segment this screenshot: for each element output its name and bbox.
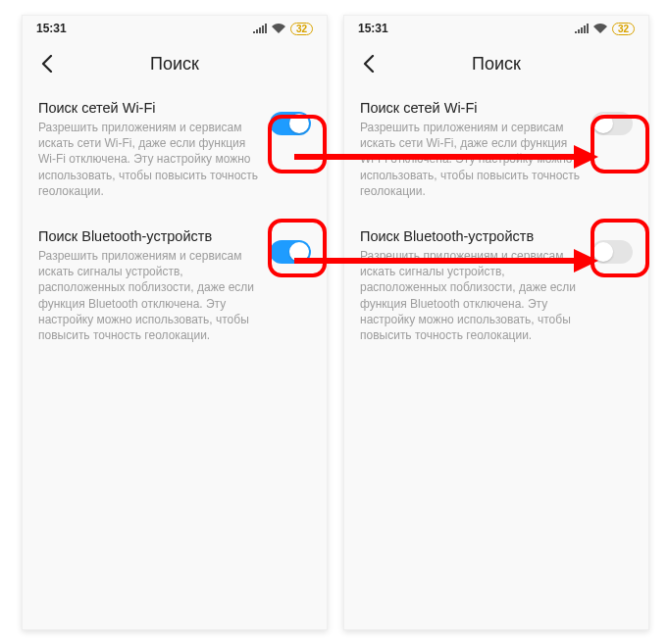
page-title: Поиск	[36, 54, 313, 74]
toggle-knob	[289, 114, 309, 133]
setting-text: Поиск Bluetooth-устройств Разрешить прил…	[360, 228, 591, 343]
battery-icon: 32	[612, 23, 635, 35]
toggle-knob	[593, 242, 613, 262]
setting-text: Поиск сетей Wi-Fi Разрешить приложениям …	[360, 100, 591, 199]
toggle-knob	[593, 114, 613, 133]
comparison-stage: 15:31 32 Поиск Поиск сетей Wi-Fi Разреши…	[0, 0, 668, 644]
header-bar: Поиск	[23, 41, 327, 86]
battery-level: 32	[618, 24, 629, 34]
status-time: 15:31	[358, 22, 388, 35]
toggle-knob	[289, 242, 309, 262]
setting-title-bt: Поиск Bluetooth-устройств	[360, 228, 582, 244]
setting-desc-bt: Разрешить приложениям и сервисам искать …	[38, 248, 260, 343]
setting-title-bt: Поиск Bluetooth-устройств	[38, 228, 260, 244]
status-bar: 15:31 32	[344, 16, 648, 41]
status-bar: 15:31 32	[23, 16, 327, 41]
signal-icon	[575, 24, 589, 33]
setting-title-wifi: Поиск сетей Wi-Fi	[360, 100, 582, 116]
setting-desc-wifi: Разрешить приложениям и сервисам искать …	[360, 120, 582, 199]
status-icons: 32	[575, 23, 635, 35]
setting-text: Поиск сетей Wi-Fi Разрешить приложениям …	[38, 100, 270, 199]
battery-icon: 32	[290, 23, 313, 35]
setting-row-wifi: Поиск сетей Wi-Fi Разрешить приложениям …	[344, 86, 648, 215]
signal-icon	[253, 24, 267, 33]
status-icons: 32	[253, 23, 313, 35]
toggle-wifi-scan[interactable]	[591, 112, 633, 135]
setting-text: Поиск Bluetooth-устройств Разрешить прил…	[38, 228, 270, 343]
setting-desc-bt: Разрешить приложениям и сервисам искать …	[360, 248, 582, 343]
battery-level: 32	[296, 24, 307, 34]
toggle-bt-scan[interactable]	[270, 240, 311, 264]
page-title: Поиск	[358, 54, 635, 74]
setting-row-bt: Поиск Bluetooth-устройств Разрешить прил…	[23, 215, 327, 359]
wifi-icon	[272, 24, 285, 33]
wifi-icon	[593, 24, 607, 33]
setting-title-wifi: Поиск сетей Wi-Fi	[38, 100, 260, 116]
header-bar: Поиск	[344, 41, 648, 86]
phone-screen-left: 15:31 32 Поиск Поиск сетей Wi-Fi Разреши…	[22, 15, 328, 630]
status-time: 15:31	[36, 22, 67, 35]
setting-desc-wifi: Разрешить приложениям и сервисам искать …	[38, 120, 260, 199]
phone-screen-right: 15:31 32 Поиск Поиск сетей Wi-Fi Разреши…	[343, 15, 649, 630]
toggle-wifi-scan[interactable]	[270, 112, 311, 135]
setting-row-wifi: Поиск сетей Wi-Fi Разрешить приложениям …	[23, 86, 327, 215]
setting-row-bt: Поиск Bluetooth-устройств Разрешить прил…	[344, 215, 648, 359]
toggle-bt-scan[interactable]	[591, 240, 633, 264]
